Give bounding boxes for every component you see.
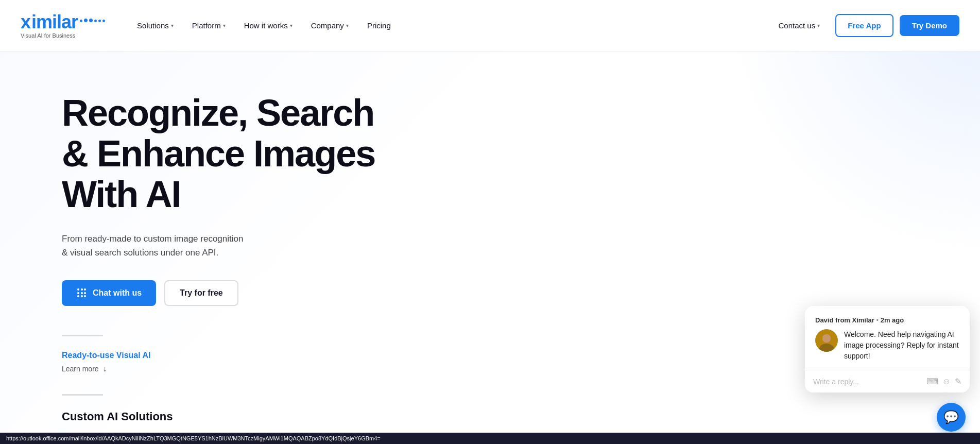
- try-for-free-button[interactable]: Try for free: [164, 280, 238, 306]
- logo[interactable]: ximilar Visual AI for Business: [21, 13, 105, 39]
- chat-message-row: Welcome. Need help navigating AI image p…: [815, 329, 959, 362]
- arrow-down-icon: ↓: [103, 364, 107, 373]
- hero-buttons: Chat with us Try for free: [62, 280, 494, 306]
- chat-bubble-icon: 💬: [943, 410, 959, 424]
- logo-dot-3: [89, 19, 93, 22]
- chat-input-area[interactable]: Write a reply... ⌨ ☺ ✎: [805, 370, 970, 392]
- nav-platform[interactable]: Platform ▾: [185, 17, 233, 34]
- chat-message-text: Welcome. Need help navigating AI image p…: [844, 329, 959, 362]
- grid-icon: [77, 288, 87, 298]
- logo-dot-6: [102, 20, 105, 22]
- svg-point-3: [822, 334, 831, 343]
- divider-1: [62, 335, 103, 336]
- keyboard-icon[interactable]: ⌨: [926, 377, 938, 386]
- free-app-button[interactable]: Free App: [835, 14, 893, 37]
- chat-sender-info: David from Ximilar • 2m ago: [815, 316, 959, 324]
- chat-widget: David from Ximilar • 2m ago Welcome. Nee…: [805, 306, 970, 392]
- hero-subtitle: From ready-made to custom image recognit…: [62, 232, 330, 260]
- ready-to-use-link[interactable]: Ready-to-use Visual AI: [62, 351, 494, 360]
- chat-input-placeholder: Write a reply...: [813, 378, 922, 386]
- logo-text: ximilar: [21, 13, 105, 31]
- chevron-down-icon: ▾: [290, 23, 293, 28]
- divider-2: [62, 394, 103, 396]
- nav-links: Solutions ▾ Platform ▾ How it works ▾ Co…: [130, 17, 769, 34]
- logo-dot-5: [98, 20, 101, 22]
- contact-us-button[interactable]: Contact us ▾: [769, 16, 829, 35]
- chat-input-icons: ⌨ ☺ ✎: [926, 377, 961, 386]
- hero-title: Recognize, Search & Enhance Images With …: [62, 93, 494, 215]
- attach-icon[interactable]: ✎: [955, 377, 961, 386]
- navbar: ximilar Visual AI for Business Solutions…: [0, 0, 980, 52]
- try-demo-button[interactable]: Try Demo: [900, 15, 959, 36]
- nav-how-it-works[interactable]: How it works ▾: [237, 17, 300, 34]
- hero-section: Recognize, Search & Enhance Images With …: [0, 52, 515, 444]
- nav-company[interactable]: Company ▾: [304, 17, 356, 34]
- chat-with-us-button[interactable]: Chat with us: [62, 280, 156, 306]
- chat-icon: [76, 287, 88, 299]
- chevron-down-icon: ▾: [817, 23, 820, 28]
- chevron-down-icon: ▾: [223, 23, 226, 28]
- learn-more-link[interactable]: Learn more ↓: [62, 364, 494, 373]
- logo-dots: [80, 19, 105, 22]
- chat-float-button[interactable]: 💬: [937, 403, 966, 432]
- logo-dot-1: [80, 20, 82, 22]
- nav-solutions[interactable]: Solutions ▾: [130, 17, 181, 34]
- status-bar-url: https://outlook.office.com/mail/inbox/id…: [6, 435, 381, 441]
- custom-ai-solutions-title: Custom AI Solutions: [62, 410, 494, 423]
- logo-dot-4: [94, 20, 97, 22]
- nav-right: Contact us ▾ Free App Try Demo: [769, 14, 959, 37]
- status-bar: https://outlook.office.com/mail/inbox/id…: [0, 433, 980, 444]
- chevron-down-icon: ▾: [346, 23, 349, 28]
- chat-header: David from Ximilar • 2m ago Welcome. Nee…: [805, 306, 970, 370]
- logo-dot-2: [84, 19, 88, 22]
- chevron-down-icon: ▾: [171, 23, 174, 28]
- nav-pricing[interactable]: Pricing: [360, 17, 398, 34]
- avatar: [815, 329, 838, 352]
- logo-subtitle: Visual AI for Business: [21, 32, 105, 39]
- emoji-icon[interactable]: ☺: [942, 377, 951, 386]
